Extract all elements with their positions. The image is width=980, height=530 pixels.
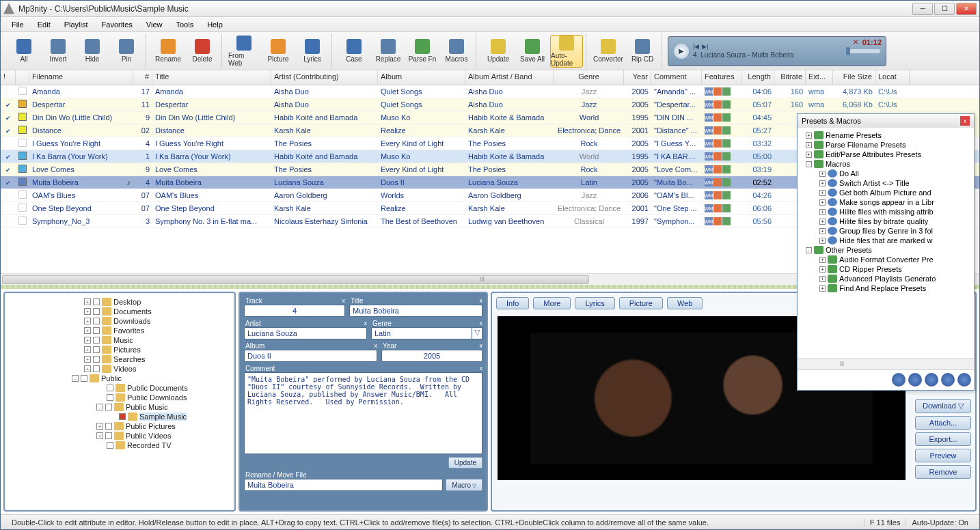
prev-icon[interactable]: |◀ [693,43,699,50]
clear-icon[interactable]: x [375,342,378,350]
preset-node[interactable]: +Edit/Parse Attributes Presets [800,150,971,159]
expand-icon[interactable]: + [819,238,826,244]
column-header[interactable]: File Size [833,70,875,85]
tree-node[interactable]: +Desktop [9,297,230,307]
preset-node[interactable]: +Audio Format Converter Pre [800,255,971,264]
expand-icon[interactable]: + [819,199,826,206]
toolbar-update-button[interactable]: Update [482,35,515,68]
expand-icon[interactable]: + [819,266,826,273]
column-header[interactable]: Artist (Contributing) [271,70,378,85]
toolbar-rename-button[interactable]: Rename [152,35,185,68]
expand-icon[interactable]: + [96,423,103,430]
column-header[interactable]: Bitrate [774,70,806,85]
volume-slider[interactable] [846,49,880,53]
toolbar-parse-fn-button[interactable]: Parse Fn [406,35,439,68]
expand-icon[interactable]: + [819,171,826,177]
tree-checkbox[interactable] [105,404,112,410]
column-header[interactable]: ! [1,70,16,85]
preset-action-button[interactable] [941,373,955,387]
preset-node[interactable]: +Parse Filename Presets [800,140,971,150]
preset-node[interactable]: -Macros [800,159,971,169]
tree-checkbox[interactable] [81,375,87,382]
tree-node[interactable]: +Documents [9,307,230,316]
expand-icon[interactable]: - [96,404,103,410]
genre-input[interactable] [371,327,472,339]
previewbutton[interactable]: Preview [915,449,971,462]
expand-icon[interactable]: + [84,318,91,324]
next-icon[interactable]: ▶| [702,43,708,50]
toolbar-all-button[interactable]: All [8,35,40,68]
tree-checkbox[interactable] [93,298,100,305]
expand-icon[interactable]: + [84,327,91,334]
tree-checkbox[interactable] [105,432,112,439]
toolbar-macros-button[interactable]: Macros [440,35,473,68]
expand-icon[interactable]: + [806,132,812,139]
preset-node[interactable]: +Find And Replace Presets [800,283,971,293]
macro-button[interactable]: Macro▽ [446,479,482,491]
track-input[interactable] [244,305,345,317]
tree-checkbox[interactable] [93,308,100,315]
toolbar-case-button[interactable]: Case [338,35,370,68]
tree-checkbox[interactable] [107,442,113,449]
clear-icon[interactable]: x [480,365,483,372]
preset-node[interactable]: +Make songs appear in a Libr [800,197,971,207]
tree-checkbox[interactable] [93,365,100,372]
clear-icon[interactable]: x [342,297,346,305]
tree-node[interactable]: +Searches [9,354,230,364]
tab-picture[interactable]: Picture [619,297,663,309]
menu-favorites[interactable]: Favorites [96,19,138,30]
rename-input[interactable] [244,479,443,491]
expand-icon[interactable]: + [84,298,91,305]
export-button[interactable]: Export... [915,432,971,446]
clear-icon[interactable]: x [480,297,483,305]
clear-icon[interactable]: x [480,342,483,350]
folder-tree[interactable]: +Desktop+Documents+Downloads+Favorites+M… [6,294,233,509]
table-row[interactable]: Amanda17AmandaAisha DuoQuiet SongsAisha … [1,85,979,98]
toolbar-invert-button[interactable]: Invert [42,35,74,68]
preset-node[interactable]: +Switch Artist <-> Title [800,178,971,188]
column-header[interactable]: Year [624,70,651,85]
close-button[interactable]: ✕ [956,3,977,15]
toolbar-picture-button[interactable]: Picture [262,35,295,68]
toolbar-delete-button[interactable]: Delete [186,35,219,68]
preset-node[interactable]: +Rename Presets [800,130,971,140]
tree-checkbox[interactable] [119,413,126,420]
player-close-icon[interactable]: ✕ [853,38,858,46]
expand-icon[interactable]: + [819,180,826,186]
tree-node[interactable]: +Pictures [9,345,230,354]
tab-web[interactable]: Web [667,297,703,309]
column-header[interactable]: Length [741,70,774,85]
presets-close-icon[interactable]: x [960,116,970,126]
menu-tools[interactable]: Tools [170,19,199,30]
expand-icon[interactable]: + [819,228,826,234]
tree-node[interactable]: +Downloads [9,316,230,326]
column-header[interactable]: Title [152,70,271,85]
preset-node[interactable]: +Do All [800,169,971,178]
tab-info[interactable]: Info [496,297,529,309]
menu-view[interactable]: View [141,19,168,30]
expand-icon[interactable]: + [819,209,826,215]
column-header[interactable]: # [133,70,152,85]
column-header[interactable]: Album [378,70,465,85]
table-row[interactable]: Despertar11DespertarAisha DuoQuiet Songs… [1,98,979,111]
toolbar-lyrics-button[interactable]: Lyrics [296,35,329,68]
tree-node[interactable]: Sample Music [9,412,230,421]
menu-playlist[interactable]: Playlist [59,19,94,30]
preset-action-button[interactable] [908,373,922,387]
tree-node[interactable]: -Public Music [9,402,230,412]
expand-icon[interactable]: + [806,152,812,158]
download-button[interactable]: Download ▽ [915,399,971,413]
preset-node[interactable]: +Hilite files by bitrate quality [800,217,971,226]
expand-icon[interactable]: - [806,161,812,167]
tree-node[interactable]: Recorded TV [9,441,230,450]
tree-node[interactable]: Public Downloads [9,393,230,402]
tree-node[interactable]: +Public Pictures [9,421,230,431]
column-header[interactable]: Ext... [806,70,833,85]
expand-icon[interactable]: + [819,257,826,263]
tree-node[interactable]: Public Documents [9,383,230,393]
presets-tree[interactable]: +Rename Presets+Parse Filename Presets+E… [798,128,974,358]
tree-node[interactable]: +Music [9,335,230,345]
toolbar-save-all-button[interactable]: Save All [516,35,549,68]
tree-checkbox[interactable] [93,337,100,344]
column-header[interactable]: Locat [875,70,910,85]
